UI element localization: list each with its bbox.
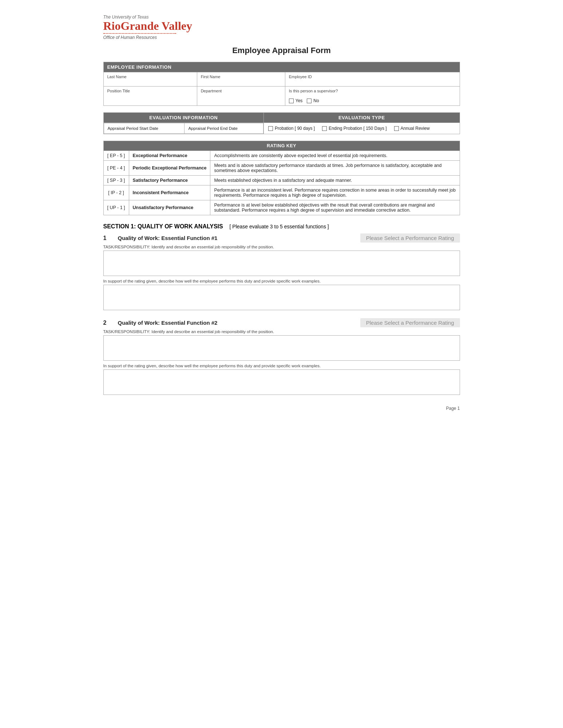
logo-main: RioGrande Valley (103, 20, 460, 32)
eval-left-header-cell: EVALUATION INFORMATION (103, 113, 264, 123)
logo-office: Office of Human Resources (103, 35, 460, 40)
rating-name-1: Periodic Exceptional Performance (129, 161, 210, 176)
rating-code-2: [ SP - 3 ] (103, 176, 129, 185)
no-label: No (313, 98, 319, 103)
department-cell: Department (197, 87, 285, 106)
logo-utrgv: The University of Texas RioGrande Valley… (103, 15, 460, 40)
ending-probation-label: Ending Probation [ 150 Days ] (329, 126, 386, 131)
rating-code-4: [ UP - 1 ] (103, 200, 129, 215)
rating-desc-0: Accomplishments are consistently above e… (210, 151, 460, 161)
last-name-cell: Last Name (103, 72, 197, 87)
task-label-2: TASK/RESPONSIBILITY: Identify and descri… (103, 329, 460, 334)
section1-heading: SECTION 1: QUALITY OF WORK ANALYSIS [ Pl… (103, 223, 460, 230)
position-title-label: Position Title (107, 89, 193, 93)
section1-note: [ Please evaluate 3 to 5 essential funct… (230, 224, 329, 229)
page-title: Employee Appraisal Form (103, 46, 460, 55)
eval-right-header-cell: EVALUATION TYPE (264, 113, 460, 123)
logo-dotted-line (103, 33, 176, 34)
function-row-header-2: 2 Quality of Work: Essential Function #2 (103, 320, 218, 326)
annual-review-checkbox[interactable] (394, 126, 399, 131)
logo-grande: Grande (121, 19, 159, 32)
rating-desc-2: Meets established objectives in a satisf… (210, 176, 460, 185)
start-date-label: Appraisal Period Start Date (108, 126, 158, 131)
yes-label: Yes (296, 98, 303, 103)
probation-90-label: Probation [ 90 days ] (275, 126, 315, 131)
function-number-2: 2 (103, 320, 111, 326)
functions-container: 1 Quality of Work: Essential Function #1… (103, 233, 460, 395)
rating-desc-4: Performance is at level below establishe… (210, 200, 460, 215)
function-rating-2[interactable]: Please Select a Performance Rating (360, 318, 460, 327)
end-date-cell: Appraisal Period End Date (185, 123, 263, 134)
rating-row-0: [ EP - 5 ] Exceptional Performance Accom… (103, 151, 460, 161)
annual-review-item[interactable]: Annual Review (394, 126, 430, 131)
no-checkbox[interactable] (307, 99, 312, 103)
support-textarea-1[interactable] (103, 285, 460, 310)
rating-row-3: [ IP - 2 ] Inconsistent Performance Perf… (103, 185, 460, 200)
eval-type-cell: Probation [ 90 days ] Ending Probation [… (264, 123, 460, 134)
section1-subheading: QUALITY OF WORK ANALYSIS (138, 223, 223, 229)
function-block-2: 2 Quality of Work: Essential Function #2… (103, 318, 460, 395)
rating-name-2: Satisfactory Performance (129, 176, 210, 185)
support-label-1: In support of the rating given, describe… (103, 279, 460, 283)
ending-probation-item[interactable]: Ending Probation [ 150 Days ] (322, 126, 386, 131)
rating-row-1: [ PE - 4 ] Periodic Exceptional Performa… (103, 161, 460, 176)
rating-name-3: Inconsistent Performance (129, 185, 210, 200)
logo-rio: Rio (103, 19, 121, 32)
function-row-header-1: 1 Quality of Work: Essential Function #1 (103, 235, 218, 241)
yes-checkbox-item[interactable]: Yes (289, 98, 303, 103)
evaluation-table: EVALUATION INFORMATION EVALUATION TYPE A… (103, 112, 460, 134)
rating-name-0: Exceptional Performance (129, 151, 210, 161)
supervisor-checkboxes: Yes No (289, 98, 456, 103)
logo-area: The University of Texas RioGrande Valley… (103, 15, 460, 40)
eval-info-header: EVALUATION INFORMATION (104, 113, 264, 123)
rating-desc-3: Performance is at an inconsistent level.… (210, 185, 460, 200)
rating-code-0: [ EP - 5 ] (103, 151, 129, 161)
eval-dates-cell: Appraisal Period Start Date Appraisal Pe… (103, 123, 264, 134)
support-label-2: In support of the rating given, describe… (103, 364, 460, 368)
function-title-1: Quality of Work: Essential Function #1 (118, 235, 218, 241)
rating-code-1: [ PE - 4 ] (103, 161, 129, 176)
page-footer: Page 1 (103, 406, 460, 411)
employee-id-cell: Employee ID (285, 72, 460, 87)
logo-valley: Valley (162, 19, 192, 32)
first-name-label: First Name (201, 75, 281, 79)
rating-key-header: RATING KEY (103, 141, 460, 151)
last-name-label: Last Name (107, 75, 193, 79)
task-textarea-2[interactable] (103, 335, 460, 361)
task-label-1: TASK/RESPONSIBILITY: Identify and descri… (103, 245, 460, 249)
probation-90-item[interactable]: Probation [ 90 days ] (268, 126, 315, 131)
function-block-1: 1 Quality of Work: Essential Function #1… (103, 233, 460, 310)
page-number: Page 1 (446, 406, 460, 411)
function-title-row-1: 1 Quality of Work: Essential Function #1… (103, 233, 460, 243)
rating-name-4: Unsatisfactory Performance (129, 200, 210, 215)
rating-row-4: [ UP - 1 ] Unsatisfactory Performance Pe… (103, 200, 460, 215)
rating-code-3: [ IP - 2 ] (103, 185, 129, 200)
function-title-row-2: 2 Quality of Work: Essential Function #2… (103, 318, 460, 327)
department-label: Department (201, 89, 281, 93)
employee-info-header: EMPLOYEE INFORMATION (103, 62, 460, 72)
supervisor-cell: Is this person a supervisor? Yes No (285, 87, 460, 106)
rating-key-table: RATING KEY [ EP - 5 ] Exceptional Perfor… (103, 141, 460, 215)
employee-information-table: EMPLOYEE INFORMATION Last Name First Nam… (103, 62, 460, 106)
eval-type-options: Probation [ 90 days ] Ending Probation [… (264, 123, 459, 134)
eval-dates-inner: Appraisal Period Start Date Appraisal Pe… (104, 123, 264, 134)
yes-checkbox[interactable] (289, 99, 294, 103)
task-textarea-1[interactable] (103, 251, 460, 276)
section1-number: SECTION 1 (103, 223, 134, 229)
position-title-cell: Position Title (103, 87, 197, 106)
function-number-1: 1 (103, 235, 111, 241)
probation-90-checkbox[interactable] (268, 126, 273, 131)
no-checkbox-item[interactable]: No (307, 98, 319, 103)
function-rating-1[interactable]: Please Select a Performance Rating (360, 233, 460, 243)
annual-review-label: Annual Review (401, 126, 430, 131)
logo-line1: The University of Texas (103, 15, 460, 20)
eval-type-header: EVALUATION TYPE (264, 113, 459, 123)
end-date-label: Appraisal Period End Date (188, 126, 238, 131)
support-textarea-2[interactable] (103, 369, 460, 395)
rating-row-2: [ SP - 3 ] Satisfactory Performance Meet… (103, 176, 460, 185)
ending-probation-checkbox[interactable] (322, 126, 327, 131)
first-name-cell: First Name (197, 72, 285, 87)
rating-desc-1: Meets and is above satisfactory performa… (210, 161, 460, 176)
employee-id-label: Employee ID (289, 75, 456, 79)
supervisor-label: Is this person a supervisor? (289, 89, 456, 93)
